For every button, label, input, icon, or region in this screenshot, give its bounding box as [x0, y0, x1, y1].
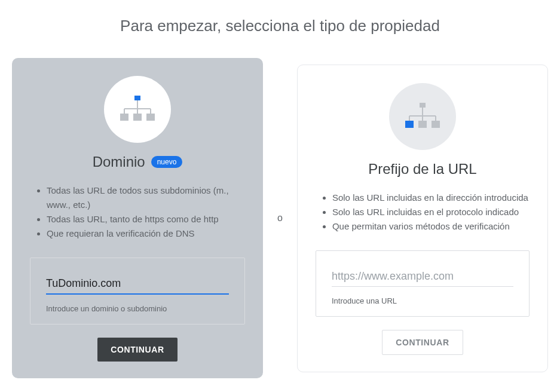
url-input-box: Introduce una URL — [316, 250, 530, 317]
new-badge: nuevo — [151, 156, 183, 168]
domain-input-box: Introduce un dominio o subdominio — [30, 258, 245, 324]
separator-or: o — [275, 213, 285, 223]
url-title: Prefijo de la URL — [368, 161, 476, 177]
list-item: Que requieran la verificación de DNS — [47, 226, 245, 241]
svg-rect-8 — [146, 114, 155, 121]
svg-rect-16 — [418, 121, 427, 128]
svg-rect-15 — [405, 121, 414, 128]
svg-rect-17 — [432, 121, 440, 128]
svg-rect-7 — [133, 114, 142, 121]
domain-icon-badge — [104, 76, 171, 143]
list-item: Solo las URL incluidas en la dirección i… — [332, 191, 530, 205]
domain-bullets: Todas las URL de todos sus subdominios (… — [30, 183, 245, 241]
card-domain[interactable]: Dominio nuevo Todas las URL de todos sus… — [12, 58, 263, 378]
sitemap-domain-icon — [118, 93, 157, 125]
svg-rect-9 — [420, 103, 426, 108]
card-url-prefix[interactable]: Prefijo de la URL Solo las URL incluidas… — [297, 65, 548, 372]
list-item: Que permitan varios métodos de verificac… — [332, 219, 530, 234]
domain-helper: Introduce un dominio o subdominio — [46, 304, 229, 313]
domain-continue-button[interactable]: CONTINUAR — [97, 338, 177, 362]
url-input[interactable] — [332, 268, 513, 287]
list-item: Todas las URL de todos sus subdominios (… — [47, 183, 245, 212]
svg-rect-0 — [134, 96, 140, 100]
domain-input[interactable] — [46, 275, 229, 295]
url-continue-button[interactable]: CONTINUAR — [382, 330, 463, 355]
url-bullets: Solo las URL incluidas en la dirección i… — [316, 191, 530, 234]
sitemap-url-icon — [403, 100, 442, 133]
domain-title-row: Dominio nuevo — [93, 154, 183, 170]
url-icon-badge — [389, 83, 456, 150]
domain-title: Dominio — [93, 154, 145, 170]
svg-rect-6 — [120, 114, 128, 121]
url-title-row: Prefijo de la URL — [368, 161, 476, 177]
url-helper: Introduce una URL — [332, 296, 513, 305]
page-title: Para empezar, selecciona el tipo de prop… — [0, 0, 560, 58]
list-item: Solo las URL incluidas en el protocolo i… — [332, 205, 530, 219]
list-item: Todas las URL, tanto de https como de ht… — [47, 212, 245, 226]
cards-container: Dominio nuevo Todas las URL de todos sus… — [0, 58, 560, 378]
